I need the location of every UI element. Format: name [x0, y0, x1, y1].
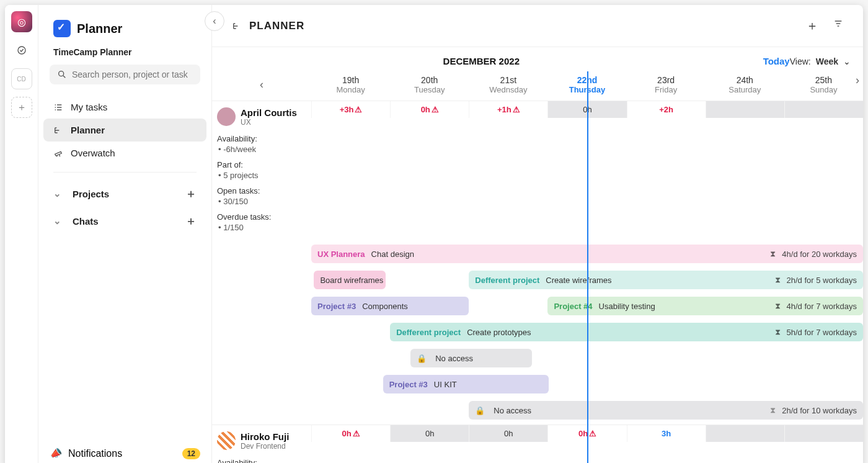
nav-projects-section[interactable]: ⌄ Projects ＋: [43, 180, 206, 207]
task-bar[interactable]: Project #3Components: [311, 297, 469, 315]
planner-icon: [232, 21, 242, 31]
task-schedule: 5h/d for 7 workdays: [787, 328, 857, 337]
nav-overwatch[interactable]: Overwatch: [43, 142, 206, 164]
add-project-button[interactable]: ＋: [185, 186, 197, 201]
chevron-down-icon: ⌄: [53, 215, 61, 227]
person-name: April Courtis: [241, 107, 297, 118]
task-bar[interactable]: 🔒No access: [410, 349, 532, 367]
collapse-sidebar-button[interactable]: ‹: [205, 11, 224, 31]
workspace-name: TimeCamp Planner: [38, 42, 211, 65]
task-bar[interactable]: Defferent projectCreate prototypes⧗5h/d …: [390, 323, 863, 341]
task-bar-lane: Defferent projectCreate prototypes⧗5h/d …: [311, 320, 863, 346]
day-header: 20thTuesday: [390, 71, 469, 101]
day-header: 23rdFriday: [627, 71, 706, 101]
task-project: Project #3: [317, 302, 356, 311]
day-header: 22ndThursday: [547, 71, 626, 101]
brand-title: Planner: [77, 22, 122, 36]
task-bar[interactable]: Project #4Usability testing⧗4h/d for 7 w…: [547, 297, 863, 315]
add-workspace-button[interactable]: ＋: [11, 97, 32, 118]
chevron-down-icon: ⌄: [843, 56, 851, 66]
hours-cell: 0h: [390, 425, 469, 442]
search-input[interactable]: [50, 65, 200, 84]
lock-icon: 🔒: [475, 406, 485, 415]
nav-chats-section[interactable]: ⌄ Chats ＋: [43, 207, 206, 235]
person-info: April CourtisUX Availability:-6h/weekPar…: [212, 101, 311, 242]
task-bar[interactable]: Project #3UI KIT: [383, 375, 549, 393]
avatar: [217, 431, 236, 450]
lock-icon: 🔒: [417, 354, 427, 363]
workspace-badge[interactable]: CD: [11, 68, 32, 89]
task-bar-lane: 🔒No access: [311, 346, 863, 372]
task-bar[interactable]: UX PlanneraChat design⧗4h/d for 20 workd…: [311, 245, 863, 263]
filter-button[interactable]: [833, 17, 843, 34]
avatar: [217, 107, 236, 126]
view-selector[interactable]: View: Week ⌄: [790, 56, 851, 66]
hourglass-icon: ⧗: [775, 301, 781, 311]
task-name: Board wireframes: [320, 276, 383, 285]
page-title: PLANNER: [232, 20, 304, 32]
day-header: 21stWednsday: [469, 71, 547, 101]
svg-point-0: [18, 47, 25, 54]
notifications-item[interactable]: 📣 Notifications 12: [38, 439, 211, 463]
hourglass-icon: ⧗: [775, 275, 781, 285]
nav-my-tasks[interactable]: My tasks: [43, 96, 206, 119]
day-header: 19thMonday: [311, 71, 390, 101]
hours-cell: 0h: [469, 425, 547, 442]
add-chat-button[interactable]: ＋: [185, 214, 197, 228]
sidebar: Planner TimeCamp Planner My tasks Planne…: [38, 5, 212, 463]
task-bar[interactable]: Board wireframes: [314, 271, 386, 289]
task-bar-lane: Project #3ComponentsProject #4Usability …: [311, 294, 863, 320]
hours-cell: [784, 425, 863, 442]
search-field[interactable]: [72, 70, 193, 79]
warning-icon: ⚠: [589, 429, 596, 438]
view-label: View:: [790, 56, 811, 66]
hours-cell: [706, 425, 784, 442]
section-label: Chats: [73, 216, 99, 227]
task-bar-lane: 🔒No access⧗2h/d for 10 workdays: [311, 398, 863, 425]
brand-logo-icon: [53, 20, 71, 37]
task-project: Defferent project: [475, 276, 539, 285]
prev-week-button[interactable]: ‹: [212, 71, 311, 101]
nav-planner[interactable]: Planner: [43, 119, 206, 142]
task-name: No access: [494, 406, 531, 415]
hours-cell: +3h⚠: [311, 101, 390, 118]
brand: Planner: [38, 20, 211, 42]
nav: My tasks Planner Overwatch ⌄ Projects ＋: [38, 96, 211, 235]
task-name: Usability testing: [599, 302, 655, 311]
hours-cell: 0h⚠: [390, 101, 469, 118]
task-name: Create wireframes: [546, 276, 611, 285]
task-project: UX Plannera: [317, 249, 365, 259]
task-bar-lane: UX PlanneraChat design⧗4h/d for 20 workd…: [311, 242, 863, 268]
app-rail: ◎ CD ＋: [5, 5, 38, 463]
main: PLANNER ＋ DECEMBER 2022 Today View: Week…: [212, 5, 863, 463]
task-bar[interactable]: Defferent projectCreate wireframes⧗2h/d …: [469, 271, 863, 289]
svg-point-1: [59, 71, 64, 76]
app-switcher-icon[interactable]: ◎: [11, 11, 32, 32]
add-button[interactable]: ＋: [806, 17, 818, 34]
timecamp-icon[interactable]: [11, 40, 32, 61]
person-role: UX: [241, 118, 297, 127]
month-label: DECEMBER 2022: [224, 56, 738, 66]
hours-cell: 0h⚠: [547, 425, 626, 442]
nav-label: My tasks: [71, 102, 107, 112]
today-button[interactable]: Today: [763, 56, 790, 66]
task-name: UI KIT: [434, 380, 457, 389]
nav-label: Overwatch: [71, 148, 115, 158]
view-value: Week: [816, 56, 838, 66]
topbar: PLANNER ＋: [212, 5, 863, 47]
hours-cell: [784, 101, 863, 118]
task-bar[interactable]: 🔒No access⧗2h/d for 10 workdays: [469, 401, 863, 420]
hourglass-icon: ⧗: [775, 327, 781, 337]
next-week-button[interactable]: ›: [856, 74, 859, 87]
person-row: April CourtisUX Availability:-6h/weekPar…: [212, 101, 863, 425]
notifications-label: Notifications: [68, 448, 122, 459]
task-schedule: 2h/d for 10 workdays: [782, 406, 857, 415]
warning-icon: ⚠: [355, 105, 362, 114]
task-project: Project #3: [389, 380, 428, 389]
hourglass-icon: ⧗: [770, 405, 776, 415]
warning-icon: ⚠: [353, 429, 360, 438]
person-row: Hiroko FujiDev Frontend Availability:3h/…: [212, 425, 863, 463]
megaphone-icon: 📣: [48, 446, 63, 461]
task-bar-lane: Board wireframesDefferent projectCreate …: [311, 268, 863, 294]
warning-icon: ⚠: [513, 105, 520, 114]
